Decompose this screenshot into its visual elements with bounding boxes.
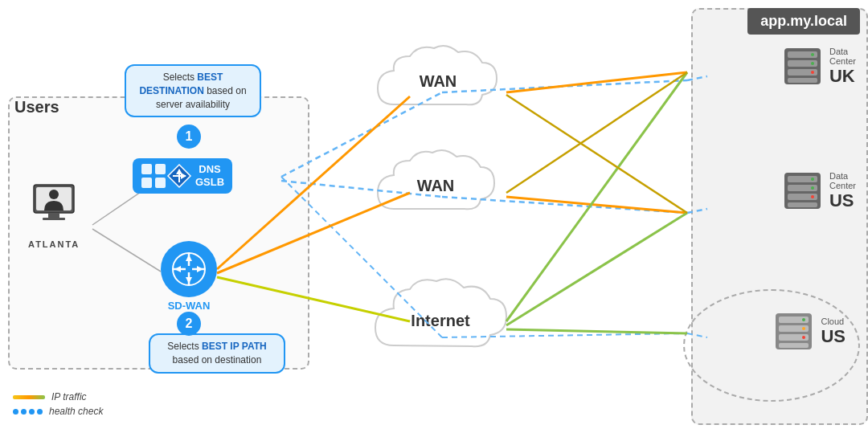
dc-us-data-region: US [829, 190, 856, 211]
circle-num-2: 2 [177, 312, 201, 336]
legend-health-label: health check [49, 406, 103, 417]
atlanta-figure: ATLANTA [28, 177, 80, 249]
legend-dot-2 [21, 409, 27, 415]
server-uk-icon [780, 44, 825, 88]
dc-us-data: Data Center US [780, 169, 856, 213]
callout-2: Selects BEST IP PATH based on destinatio… [149, 333, 285, 374]
svg-line-14 [506, 72, 687, 321]
legend-dots [13, 409, 43, 415]
dns-squares-icon [141, 163, 166, 189]
callout2-bold: BEST IP PATH [202, 341, 267, 352]
svg-point-68 [802, 318, 805, 321]
sdwan-label: SD-WAN [161, 300, 217, 312]
atlanta-label: ATLANTA [28, 239, 80, 249]
callout-1: Selects BEST DESTINATION based on server… [125, 64, 261, 117]
dns-gslb-box: DNS GSLB [133, 158, 232, 194]
svg-text:WAN: WAN [417, 177, 455, 194]
svg-line-17 [506, 72, 687, 193]
svg-point-25 [49, 190, 59, 199]
svg-line-18 [506, 95, 687, 213]
cloud-wan-top: WAN [370, 40, 506, 132]
diagram: app.my.local [0, 0, 868, 433]
legend-dot-4 [37, 409, 43, 415]
svg-text:WAN: WAN [420, 72, 457, 90]
svg-text:Internet: Internet [411, 312, 470, 329]
sdwan-container: SD-WAN [161, 241, 217, 312]
callout1-prefix: Selects [163, 71, 198, 83]
dns-gslb-label: DNS GSLB [195, 163, 224, 188]
svg-rect-59 [788, 202, 817, 207]
legend-dot-1 [13, 409, 18, 415]
app-title: app.my.local [747, 8, 860, 35]
callout2-suffix: based on destination [173, 354, 262, 366]
legend-ip-label: IP traffic [51, 391, 87, 402]
svg-rect-24 [43, 218, 65, 220]
svg-point-62 [811, 195, 814, 198]
sdwan-icon [171, 251, 207, 287]
dc-us-data-top: Data [829, 171, 856, 181]
svg-marker-41 [186, 277, 192, 284]
svg-point-60 [811, 178, 814, 181]
svg-line-12 [506, 197, 687, 213]
sdwan-circle [161, 241, 217, 297]
svg-point-70 [802, 336, 805, 339]
svg-line-11 [506, 72, 687, 92]
legend: IP traffic health check [13, 391, 103, 420]
dc-us-data-info: Data Center US [829, 171, 856, 211]
cloud-internet: Internet [366, 273, 514, 373]
person-icon [30, 177, 78, 233]
dc-us-cloud-top: Cloud [821, 317, 845, 326]
svg-rect-29 [155, 178, 166, 188]
cloud-wan-mid: WAN [370, 145, 498, 236]
legend-dot-3 [29, 409, 35, 415]
users-label: Users [14, 98, 59, 116]
svg-marker-42 [174, 266, 181, 272]
dc-us-cloud: Cloud US [772, 309, 845, 353]
svg-rect-27 [155, 164, 166, 174]
circle-num-1: 1 [177, 125, 201, 149]
svg-point-69 [802, 327, 805, 330]
cloud-internet-shape: Internet [366, 273, 514, 370]
dns-routing-icon [166, 163, 192, 189]
dc-us-cloud-info: Cloud US [821, 317, 845, 347]
dc-uk-top: Data [829, 47, 856, 56]
dc-uk-info: Data Center UK [829, 47, 856, 87]
svg-line-16 [506, 329, 687, 333]
dc-us-data-mid: Center [829, 181, 856, 190]
dc-uk-mid: Center [829, 56, 856, 66]
dc-uk: Data Center UK [780, 44, 856, 88]
svg-point-54 [811, 71, 814, 74]
svg-marker-43 [197, 266, 203, 272]
legend-health-check: health check [13, 406, 103, 417]
svg-point-53 [811, 62, 814, 65]
dc-uk-region: UK [829, 66, 856, 87]
server-us-icon [780, 169, 825, 213]
callout2-prefix: Selects [167, 341, 202, 352]
dc-us-cloud-region: US [821, 326, 845, 347]
cloud-wan-mid-shape: WAN [370, 145, 498, 233]
svg-rect-67 [779, 343, 809, 348]
svg-rect-51 [788, 78, 817, 83]
svg-point-61 [811, 186, 814, 190]
server-cloud-us-icon [772, 309, 816, 353]
svg-rect-28 [141, 178, 152, 188]
svg-rect-26 [141, 164, 152, 174]
legend-ip-traffic: IP traffic [13, 391, 103, 402]
cloud-wan-top-shape: WAN [370, 40, 506, 129]
svg-line-15 [506, 213, 687, 325]
svg-point-52 [811, 53, 814, 56]
svg-rect-23 [48, 213, 59, 218]
legend-ip-line [13, 395, 45, 399]
svg-marker-40 [186, 255, 192, 261]
